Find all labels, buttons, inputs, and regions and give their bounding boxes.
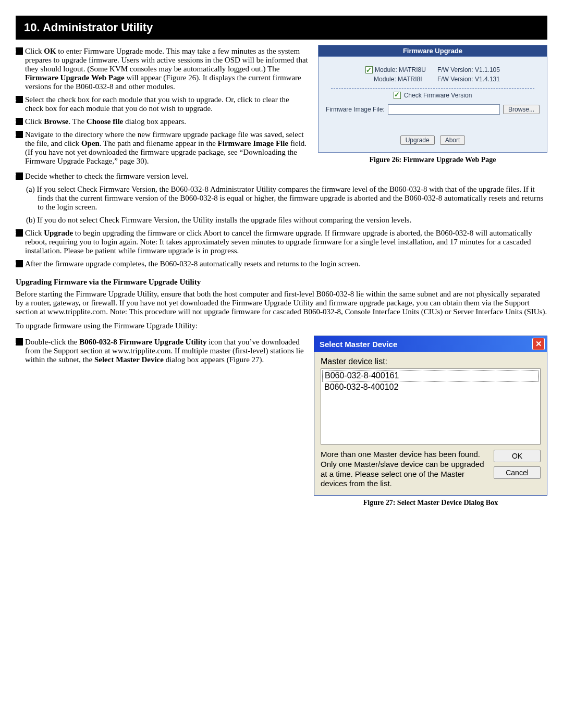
subsection-lead: To upgrade firmware using the Firmware U… <box>16 322 547 330</box>
subsection-paragraph: Before starting the Firmware Upgrade Uti… <box>16 290 547 316</box>
module1-version: F/W Version: V1.1.105 <box>437 65 500 75</box>
module1-label: Module: MATRI8U <box>375 65 426 75</box>
step-num-7: 7 <box>16 172 23 180</box>
smd-title: Select Master Device <box>320 340 397 349</box>
step-8: 8Click Upgrade to begin upgrading the fi… <box>16 229 547 255</box>
step-num-6: 6 <box>16 131 23 138</box>
step-4: 4Select the check box for each module th… <box>16 95 309 113</box>
section-header: 10. Administrator Utility <box>16 16 547 40</box>
step-num-5: 5 <box>16 118 23 125</box>
cancel-button[interactable]: Cancel <box>494 466 541 479</box>
master-device-list-label: Master device list: <box>321 357 541 366</box>
step-num-9: 9 <box>16 260 23 267</box>
firmware-image-file-input[interactable] <box>388 104 500 115</box>
select-master-device-dialog: Select Master Device ✕ Master device lis… <box>314 336 547 496</box>
master-device-list[interactable]: B060-032-8-400161 B060-032-8-400102 <box>321 368 541 445</box>
browse-button[interactable]: Browse... <box>503 105 540 114</box>
check-firmware-version-label: Check Firmware Version <box>404 92 472 99</box>
step-7: 7Decide whether to check the firmware ve… <box>16 172 547 181</box>
section-title: 10. Administrator Utility <box>21 21 542 34</box>
figure-26-caption: Figure 26: Firmware Upgrade Web Page <box>318 156 547 164</box>
step-6: 6Navigate to the directory where the new… <box>16 130 309 166</box>
firmware-image-file-label: Firmware Image File: <box>326 106 385 113</box>
lower-step-num-1: 1 <box>16 338 23 346</box>
upgrade-button[interactable]: Upgrade <box>400 135 435 145</box>
step-7a: (a) If you select Check Firmware Version… <box>16 185 547 212</box>
fw-panel-title: Firmware Upgrade <box>319 45 547 57</box>
ok-button[interactable]: OK <box>494 450 541 462</box>
subsection-heading: Upgrading Firmware via the Firmware Upgr… <box>16 278 547 287</box>
abort-button[interactable]: Abort <box>440 135 466 145</box>
step-5: 5Click Browse. The Choose file dialog bo… <box>16 117 309 126</box>
list-item[interactable]: B060-032-8-400161 <box>322 370 539 382</box>
module1-checkbox[interactable] <box>365 66 373 73</box>
check-firmware-version-checkbox[interactable] <box>394 92 401 99</box>
step-num-4: 4 <box>16 96 23 103</box>
step-3: 3Click OK to enter Firmware Upgrade mode… <box>16 47 309 91</box>
lower-step-1: 1Double-click the B060-032-8 Firmware Up… <box>16 338 304 364</box>
smd-titlebar: Select Master Device ✕ <box>314 336 547 352</box>
firmware-upgrade-panel: Firmware Upgrade Module: MATRI8U Module:… <box>318 45 547 153</box>
step-num-3: 3 <box>16 47 23 55</box>
step-7b: (b) If you do not select Check Firmware … <box>16 216 547 225</box>
list-item[interactable]: B060-032-8-400102 <box>322 382 539 393</box>
fw-divider <box>331 88 534 89</box>
step-9: 9After the firmware upgrade completes, t… <box>16 260 547 268</box>
step-num-8: 8 <box>16 229 23 237</box>
module2-version: F/W Version: V1.4.131 <box>437 75 500 84</box>
figure-27-caption: Figure 27: Select Master Device Dialog B… <box>314 499 547 507</box>
module2-label: Module: MATRI8I <box>374 75 422 84</box>
smd-message: More than one Master device has been fou… <box>321 450 487 489</box>
close-icon[interactable]: ✕ <box>532 338 545 350</box>
